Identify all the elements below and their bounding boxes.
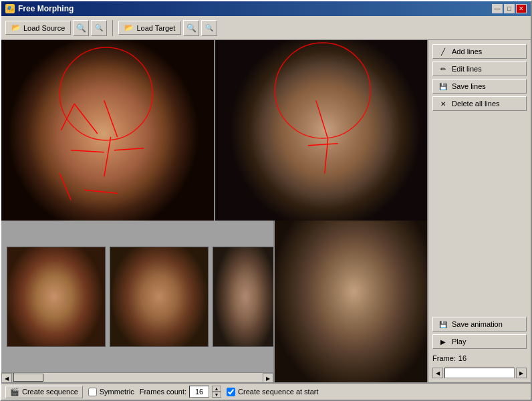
save-anim-icon: 💾: [438, 321, 448, 328]
save-animation-button[interactable]: 💾 Save animation: [432, 317, 527, 331]
save-lines-label: Save lines: [452, 82, 486, 90]
add-lines-label: Add lines: [452, 47, 482, 55]
maximize-button[interactable]: □: [504, 4, 515, 13]
thumb-face-3: [213, 247, 273, 346]
create-at-start-group: Create sequence at start: [227, 388, 318, 396]
create-at-start-label: Create sequence at start: [238, 388, 318, 396]
frame-row: Frame: 16: [432, 354, 527, 362]
frames-count-label: Frames count:: [140, 388, 186, 396]
zoom-in-icon: 🔍: [76, 23, 86, 33]
thumbnail-list: [1, 221, 273, 372]
zoom-out-source-button[interactable]: 🔍: [91, 20, 107, 36]
frame-prev-arrow[interactable]: ◀: [432, 368, 443, 378]
create-sequence-label: Create sequence: [22, 388, 78, 396]
target-face-image: [215, 40, 428, 221]
nav-area: ◀ ▶: [432, 368, 527, 378]
toolbar-separator: [112, 20, 113, 36]
scrollbar-thumb[interactable]: [13, 374, 43, 382]
left-panel: ◀ ▶: [1, 40, 427, 382]
symmetric-label: Symmetric: [100, 388, 134, 396]
window-title: Free Morphing: [18, 4, 74, 13]
large-preview: [273, 221, 427, 382]
delete-all-lines-label: Delete all lines: [452, 100, 500, 108]
play-label: Play: [452, 338, 466, 346]
frames-count-input[interactable]: 16: [189, 386, 209, 398]
zoom-in-target-button[interactable]: 🔍: [183, 20, 199, 36]
spin-up-button[interactable]: ▲: [212, 386, 221, 392]
filmstrip-scrollbar[interactable]: ◀ ▶: [1, 372, 273, 382]
play-button[interactable]: ▶ Play: [432, 334, 527, 349]
add-lines-button[interactable]: ╱ Add lines: [432, 44, 527, 59]
frames-spinner: ▲ ▼: [212, 386, 221, 398]
create-sequence-button[interactable]: 🎬 Create sequence: [5, 386, 83, 398]
edit-lines-button[interactable]: ✏ Edit lines: [432, 61, 527, 76]
pencil-icon: ╱: [438, 48, 448, 55]
target-image-pane[interactable]: [214, 40, 428, 221]
scroll-right-arrow[interactable]: ▶: [263, 373, 273, 382]
delete-icon: ✕: [438, 100, 448, 108]
thumbnail-2[interactable]: [110, 247, 209, 347]
zoom-out-target-button[interactable]: 🔍: [201, 20, 217, 36]
preview-face-image: [275, 221, 427, 382]
minimize-button[interactable]: —: [492, 4, 503, 13]
app-icon: 🎭: [5, 4, 15, 13]
delete-all-lines-button[interactable]: ✕ Delete all lines: [432, 96, 527, 111]
load-target-label: Load Target: [136, 24, 175, 32]
load-target-button[interactable]: 📂 Load Target: [118, 21, 181, 35]
status-bar: 🎬 Create sequence Symmetric Frames count…: [1, 382, 531, 400]
thumb-face-1: [7, 247, 105, 346]
save-icon: 💾: [438, 83, 448, 90]
image-area: [1, 40, 427, 221]
scroll-left-arrow[interactable]: ◀: [1, 373, 12, 382]
source-toolbar-group: 📂 Load Source 🔍 🔍: [5, 20, 107, 36]
main-content: ◀ ▶ ╱ Add lines ✏: [1, 40, 531, 382]
play-icon: ▶: [438, 338, 448, 346]
zoom-out-icon: 🔍: [95, 24, 103, 31]
folder-icon-2: 📂: [124, 23, 134, 32]
title-bar-controls: — □ ✕: [492, 4, 527, 13]
save-lines-button[interactable]: 💾 Save lines: [432, 79, 527, 94]
edit-icon: ✏: [438, 65, 448, 73]
load-source-button[interactable]: 📂 Load Source: [5, 21, 71, 35]
main-window: 🎭 Free Morphing — □ ✕ 📂 Load Source 🔍 🔍: [0, 0, 532, 401]
edit-lines-label: Edit lines: [452, 65, 482, 73]
bottom-panel: ◀ ▶: [1, 221, 427, 382]
save-animation-label: Save animation: [452, 320, 503, 328]
film-icon: 🎬: [10, 388, 19, 396]
spin-down-button[interactable]: ▼: [212, 392, 221, 398]
close-button[interactable]: ✕: [516, 4, 527, 13]
source-image-pane[interactable]: [1, 40, 214, 221]
zoom-in-source-button[interactable]: 🔍: [73, 20, 89, 36]
right-panel: ╱ Add lines ✏ Edit lines 💾 Save lines ✕ …: [427, 40, 531, 382]
thumb-face-2: [110, 247, 208, 346]
frames-count-group: Frames count: 16 ▲ ▼: [140, 386, 221, 398]
frame-label: Frame:: [432, 354, 456, 362]
folder-icon: 📂: [11, 23, 21, 32]
filmstrip: ◀ ▶: [1, 221, 273, 382]
zoom-out-icon-2: 🔍: [205, 24, 213, 31]
load-source-label: Load Source: [23, 24, 65, 32]
frame-next-arrow[interactable]: ▶: [516, 368, 527, 378]
thumbnail-1[interactable]: [7, 247, 106, 347]
symmetric-group: Symmetric: [88, 388, 134, 396]
target-toolbar-group: 📂 Load Target 🔍 🔍: [118, 20, 217, 36]
source-face-image: [1, 40, 214, 221]
scrollbar-track: [13, 373, 14, 382]
symmetric-checkbox[interactable]: [88, 388, 97, 396]
create-at-start-checkbox[interactable]: [227, 388, 235, 396]
title-bar: 🎭 Free Morphing — □ ✕: [1, 1, 531, 16]
title-bar-left: 🎭 Free Morphing: [5, 4, 74, 13]
toolbar: 📂 Load Source 🔍 🔍 📂 Load Target 🔍 🔍: [1, 16, 531, 40]
frame-value: 16: [458, 354, 467, 362]
frame-track[interactable]: [444, 368, 515, 378]
thumbnail-3[interactable]: [213, 247, 273, 347]
zoom-in-icon-2: 🔍: [186, 23, 196, 33]
right-spacer: [432, 114, 527, 314]
